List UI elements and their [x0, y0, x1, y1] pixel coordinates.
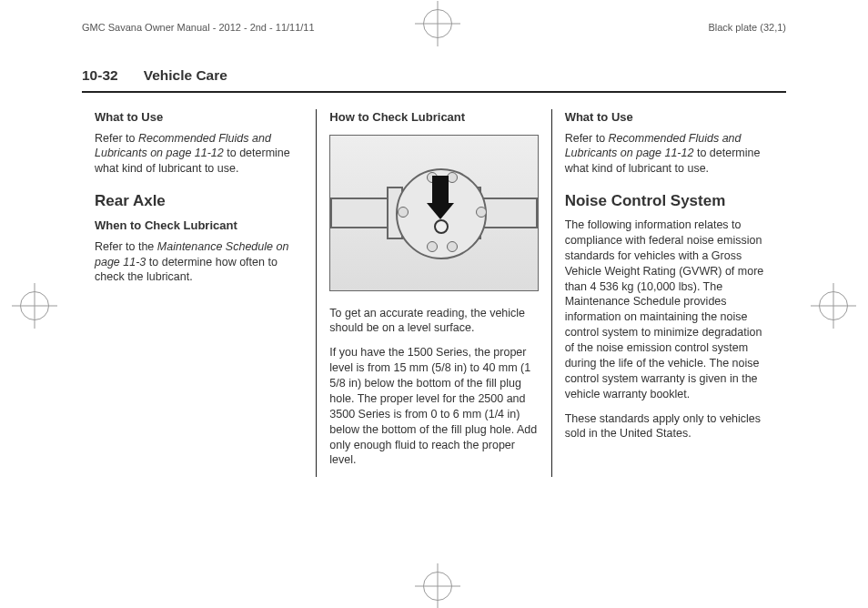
text: Refer to: [565, 132, 609, 145]
rear-axle-diagram: [329, 135, 538, 291]
col3-para-3: These standards apply only to vehicles s…: [565, 411, 773, 442]
page-content: 10-32 Vehicle Care What to Use Refer to …: [82, 67, 786, 477]
registration-mark-right: [819, 291, 848, 320]
col3-para-2: The following information relates to com…: [565, 218, 773, 402]
col2-para-1: To get an accurate reading, the vehicle …: [329, 306, 538, 337]
col2-para-2: If you have the 1500 Series, the proper …: [329, 345, 538, 468]
manual-title: GMC Savana Owner Manual - 2012 - 2nd - 1…: [82, 22, 315, 33]
registration-mark-left: [20, 291, 49, 320]
section-title: Vehicle Care: [144, 67, 227, 84]
text: Refer to: [95, 132, 138, 145]
col1-para-2: Refer to the Maintenance Schedule on pag…: [95, 239, 303, 286]
col1-para-1: Refer to Recommended Fluids and Lubrican…: [95, 131, 303, 177]
fill-plug-arrow-icon: [432, 176, 449, 207]
col3-para-1: Refer to Recommended Fluids and Lubrican…: [565, 131, 773, 177]
col2-heading-how-to-check: How to Check Lubricant: [329, 109, 538, 126]
col3-heading-noise-control: Noise Control System: [565, 191, 773, 212]
col1-heading-what-to-use: What to Use: [95, 109, 303, 126]
header-rule: [82, 91, 786, 93]
plate-info: Black plate (32,1): [708, 22, 786, 33]
column-3: What to Use Refer to Recommended Fluids …: [551, 109, 786, 477]
registration-mark-bottom: [423, 572, 452, 601]
fill-plug-icon: [434, 219, 449, 234]
text: Refer to the: [95, 240, 157, 253]
section-header: 10-32 Vehicle Care: [82, 67, 786, 89]
col3-heading-what-to-use: What to Use: [565, 109, 773, 126]
three-column-layout: What to Use Refer to Recommended Fluids …: [82, 109, 786, 477]
column-2: How to Check Lubricant To get an accurat…: [316, 109, 550, 477]
column-1: What to Use Refer to Recommended Fluids …: [82, 109, 316, 477]
print-header: GMC Savana Owner Manual - 2012 - 2nd - 1…: [82, 22, 786, 33]
col1-heading-when-to-check: When to Check Lubricant: [95, 218, 303, 234]
page-number: 10-32: [82, 67, 118, 84]
col1-heading-rear-axle: Rear Axle: [95, 191, 303, 212]
